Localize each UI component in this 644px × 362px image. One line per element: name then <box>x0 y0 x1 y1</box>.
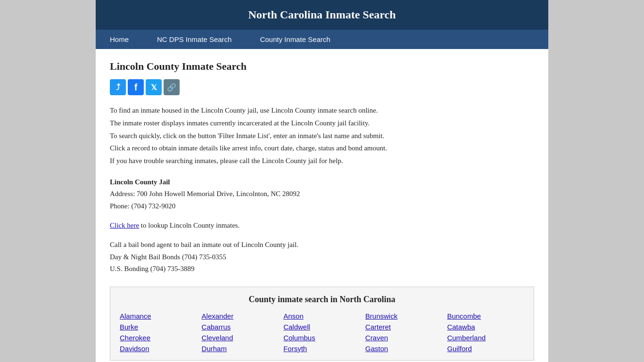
county-link[interactable]: Cherokee <box>120 334 197 342</box>
desc-line-5: If you have trouble searching inmates, p… <box>110 155 534 167</box>
county-link[interactable]: Anson <box>283 312 361 320</box>
county-link[interactable]: Cleveland <box>202 334 279 342</box>
main-nav: Home NC DPS Inmate Search County Inmate … <box>96 30 548 49</box>
county-section: County inmate search in North Carolina A… <box>110 287 534 361</box>
county-link[interactable]: Cabarrus <box>202 323 279 331</box>
desc-line-3: To search quickly, click on the button '… <box>110 130 534 142</box>
bail-info-block: Call a bail bond agent to bail an inmate… <box>110 239 534 275</box>
county-section-title: County inmate search in North Carolina <box>120 295 524 304</box>
lookup-link-block: Click here to lookup Lincoln County inma… <box>110 222 534 230</box>
copy-link-icon[interactable]: 🔗 <box>164 79 180 95</box>
county-link[interactable]: Brunswick <box>365 312 443 320</box>
bail-line-3: U.S. Bonding (704) 735-3889 <box>110 263 534 275</box>
site-title: North Carolina Inmate Search <box>105 8 539 21</box>
description-block: To find an inmate housed in the Lincoln … <box>110 105 534 167</box>
county-link[interactable]: Guilford <box>447 345 524 353</box>
county-link[interactable]: Davidson <box>120 345 197 353</box>
bail-line-1: Call a bail bond agent to bail an inmate… <box>110 239 534 251</box>
main-content: Lincoln County Inmate Search ⤴ f 𝕏 🔗 To … <box>96 49 548 362</box>
click-here-link[interactable]: Click here <box>110 222 139 229</box>
twitter-icon[interactable]: 𝕏 <box>146 79 162 95</box>
jail-name: Lincoln County Jail <box>110 176 534 189</box>
county-link[interactable]: Burke <box>120 323 197 331</box>
desc-line-1: To find an inmate housed in the Lincoln … <box>110 105 534 116</box>
county-grid: AlamanceAlexanderAnsonBrunswickBuncombeB… <box>120 312 524 353</box>
county-link[interactable]: Alamance <box>120 312 197 320</box>
county-link[interactable]: Durham <box>202 345 279 353</box>
county-link[interactable]: Craven <box>365 334 443 342</box>
county-link[interactable]: Alexander <box>202 312 279 320</box>
nav-dps-search[interactable]: NC DPS Inmate Search <box>143 30 246 49</box>
jail-phone: Phone: (704) 732-9020 <box>110 200 534 213</box>
desc-line-4: Click a record to obtain inmate details … <box>110 142 534 154</box>
site-header: North Carolina Inmate Search <box>96 0 548 30</box>
county-link[interactable]: Gaston <box>365 345 443 353</box>
county-link[interactable]: Buncombe <box>447 312 524 320</box>
jail-address: Address: 700 John Howell Memorial Drive,… <box>110 188 534 200</box>
nav-home[interactable]: Home <box>96 30 143 49</box>
page-title: Lincoln County Inmate Search <box>110 60 534 73</box>
county-link[interactable]: Caldwell <box>283 323 361 331</box>
county-link[interactable]: Carteret <box>365 323 443 331</box>
social-share-bar: ⤴ f 𝕏 🔗 <box>110 79 534 95</box>
lookup-suffix: to lookup Lincoln County inmates. <box>139 222 239 229</box>
desc-line-2: The inmate roster displays inmates curre… <box>110 117 534 129</box>
county-link[interactable]: Catawba <box>447 323 524 331</box>
county-link[interactable]: Columbus <box>283 334 361 342</box>
nav-county-search[interactable]: County Inmate Search <box>246 30 344 49</box>
share-icon[interactable]: ⤴ <box>110 79 126 95</box>
county-link[interactable]: Forsyth <box>283 345 361 353</box>
jail-info-block: Lincoln County Jail Address: 700 John Ho… <box>110 176 534 213</box>
county-link[interactable]: Cumberland <box>447 334 524 342</box>
bail-line-2: Day & Night Bail Bonds (704) 735-0355 <box>110 251 534 263</box>
facebook-icon[interactable]: f <box>128 79 144 95</box>
